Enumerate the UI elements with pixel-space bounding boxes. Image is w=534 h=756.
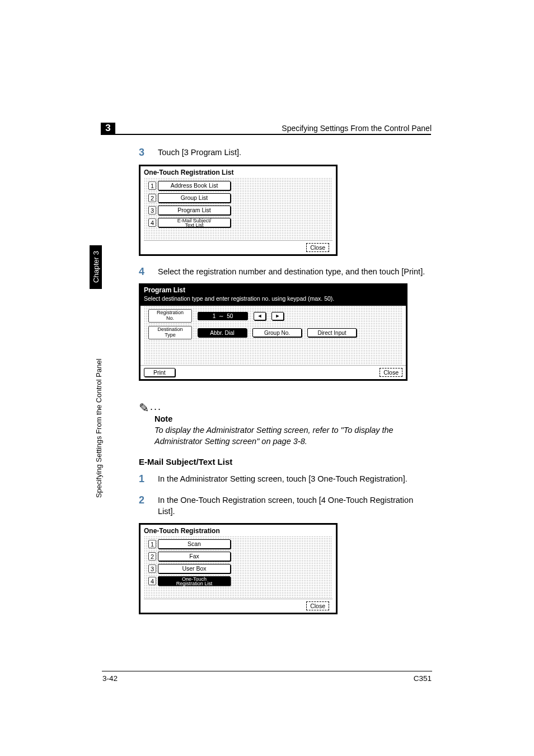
sidebar-vertical-title: Specifying Settings From the Control Pan… [95, 296, 103, 498]
list-item: 2 Group List [148, 193, 328, 203]
panel-subtitle: Select destination type and enter regist… [144, 295, 402, 302]
list-item: 3 User Box [148, 564, 328, 573]
item-number: 3 [148, 206, 156, 214]
user-box-button[interactable]: User Box [158, 564, 231, 573]
step-number: 4 [139, 266, 158, 278]
note-title: Note [154, 414, 431, 423]
panel-title: One-Touch Registration List [144, 169, 332, 176]
step-number: 2 [139, 494, 158, 517]
arrow-left-button[interactable]: ◄ [254, 312, 266, 320]
page-content: 3 Touch [3 Program List]. One-Touch Regi… [139, 147, 431, 624]
panel-header-inverse: Program List Select destination type and… [140, 285, 406, 306]
panel-onetouch-registration: One-Touch Registration 1 Scan 2 Fax 3 Us… [139, 523, 338, 614]
panel-footer: Print Close [140, 365, 406, 379]
panel-title: Program List [144, 286, 402, 294]
list-item: 1 Scan [148, 539, 328, 549]
list-item: 1 Address Book List [148, 181, 328, 190]
program-list-button[interactable]: Program List [158, 206, 231, 215]
destination-row: Destination Type Abbr. Dial Group No. Di… [148, 326, 398, 339]
email-subject-text-list-button[interactable]: E-Mail Subject/ Text List [158, 218, 231, 227]
direct-input-button[interactable]: Direct Input [307, 328, 357, 337]
model-number: C351 [414, 674, 432, 683]
item-number: 4 [148, 577, 156, 585]
arrow-right-button[interactable]: ► [271, 312, 284, 320]
panel-footer: Close [144, 599, 332, 613]
abbr-dial-button[interactable]: Abbr. Dial [198, 328, 247, 337]
header-rule [101, 134, 431, 135]
close-button[interactable]: Close [380, 368, 402, 377]
item-number: 2 [148, 194, 156, 202]
item-number: 1 [148, 181, 156, 190]
sidebar-chapter-label: Chapter 3 [92, 251, 100, 283]
address-book-list-button[interactable]: Address Book List [158, 181, 231, 190]
list-item: 3 Program List [148, 206, 328, 215]
fax-button[interactable]: Fax [158, 552, 231, 561]
panel-body: 1 Scan 2 Fax 3 User Box 4 One-Touch Regi… [144, 536, 332, 599]
range-to: 50 [227, 313, 233, 319]
panel-body: 1 Address Book List 2 Group List 3 Progr… [144, 178, 332, 240]
note-block: Note To display the Administrator Settin… [154, 414, 431, 447]
step-number: 3 [139, 147, 158, 159]
group-list-button[interactable]: Group List [158, 193, 231, 203]
item-number: 4 [148, 218, 156, 227]
footer-rule [102, 671, 432, 671]
onetouch-registration-list-button[interactable]: One-Touch Registration List [158, 576, 231, 586]
range-tilde: ∼ [219, 313, 223, 319]
sidebar-chapter-tab: Chapter 3 [90, 245, 102, 289]
item-number: 3 [148, 564, 156, 573]
registration-row: Registration No. 1 ∼ 50 ◄ ► [148, 309, 398, 323]
print-button[interactable]: Print [144, 368, 175, 377]
running-header: Specifying Settings From the Control Pan… [282, 124, 432, 133]
step-text: Select the registration number and desti… [158, 266, 425, 278]
item-number: 1 [148, 540, 156, 548]
destination-type-label: Destination Type [148, 326, 192, 339]
note-text: To display the Administrator Setting scr… [154, 424, 431, 447]
panel-title: One-Touch Registration [144, 527, 332, 535]
panel-footer: Close [144, 240, 332, 254]
list-item: 4 One-Touch Registration List [148, 576, 328, 586]
section-heading: E-Mail Subject/Text List [139, 457, 431, 466]
group-no-button[interactable]: Group No. [252, 328, 302, 337]
step-text: In the One-Touch Registration screen, to… [158, 494, 431, 517]
chapter-badge: 3 [101, 123, 115, 134]
note-icon-row: ✎... [139, 401, 431, 416]
panel-program-list: Program List Select destination type and… [139, 283, 407, 381]
panel-onetouch-reg-list: One-Touch Registration List 1 Address Bo… [139, 165, 338, 256]
scan-button[interactable]: Scan [158, 539, 231, 549]
step-text: Touch [3 Program List]. [158, 147, 241, 159]
note-dots-icon: ... [150, 401, 162, 412]
close-button[interactable]: Close [306, 243, 329, 252]
step-1: 1 In the Administrator Setting screen, t… [139, 473, 431, 486]
step-3: 3 Touch [3 Program List]. [139, 147, 431, 159]
registration-range: 1 ∼ 50 [198, 312, 248, 320]
step-text: In the Administrator Setting screen, tou… [158, 473, 407, 486]
step-4: 4 Select the registration number and des… [139, 266, 431, 278]
range-from: 1 [213, 313, 216, 319]
step-number: 1 [139, 473, 158, 486]
list-item: 2 Fax [148, 552, 328, 561]
note-pencil-icon: ✎ [139, 401, 149, 415]
close-button[interactable]: Close [306, 601, 329, 610]
page-number: 3-42 [102, 674, 118, 683]
list-item: 4 E-Mail Subject/ Text List [148, 218, 328, 227]
step-2: 2 In the One-Touch Registration screen, … [139, 494, 431, 517]
registration-no-label: Registration No. [148, 309, 192, 323]
panel-body: Registration No. 1 ∼ 50 ◄ ► Destination … [144, 306, 402, 365]
item-number: 2 [148, 552, 156, 561]
